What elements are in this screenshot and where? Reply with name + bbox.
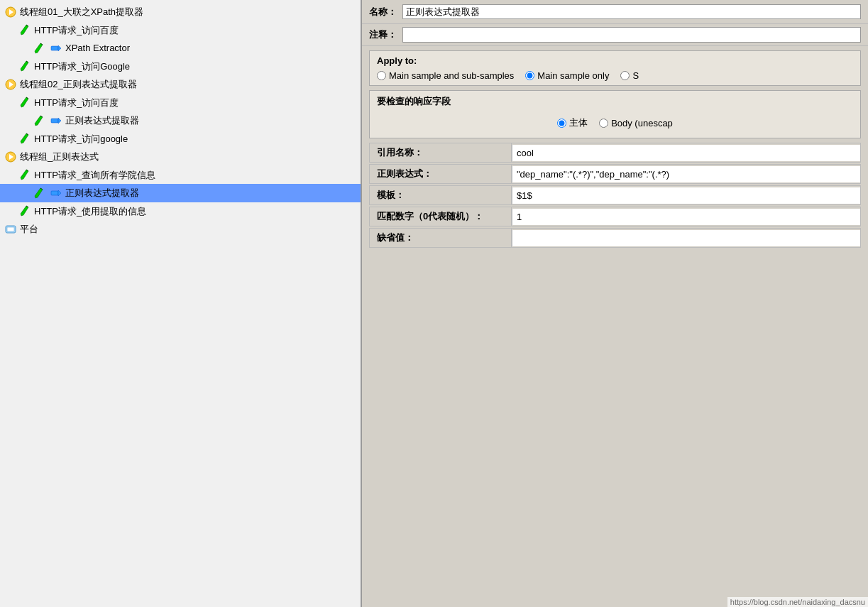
- tree-item-http-google-1[interactable]: HTTP请求_访问Google: [0, 58, 361, 76]
- svg-marker-4: [35, 43, 43, 53]
- field-label-regex: 正则表达式：: [370, 165, 512, 183]
- radio-main-only[interactable]: Main sample only: [525, 70, 609, 81]
- pencil-icon: [33, 42, 45, 55]
- svg-marker-17: [58, 118, 61, 124]
- tree-item-group03-label[interactable]: 线程组_正则表达式: [0, 148, 361, 166]
- arrow-icon: [50, 42, 62, 55]
- tree-item-label: HTTP请求_访问google: [34, 132, 128, 146]
- field-input-regex[interactable]: [512, 166, 860, 182]
- group-icon: [4, 6, 17, 18]
- svg-marker-12: [21, 97, 28, 107]
- svg-marker-2: [21, 25, 28, 35]
- tree-item-http-use[interactable]: HTTP请求_使用提取的信息: [0, 202, 361, 221]
- field-row-ref-name: 引用名称：: [369, 143, 861, 163]
- radio-s[interactable]: S: [620, 70, 639, 81]
- svg-rect-6: [51, 46, 58, 50]
- tree-item-label: 线程组_正则表达式: [20, 150, 99, 164]
- field-row-match-no: 匹配数字（0代表随机）：: [369, 207, 861, 226]
- svg-marker-8: [21, 61, 28, 71]
- tree-item-platform[interactable]: 平台: [0, 220, 361, 239]
- radio-s-input[interactable]: [620, 71, 630, 80]
- svg-rect-31: [7, 227, 14, 231]
- radio-main-sub-input[interactable]: [377, 71, 386, 80]
- field-label-template: 模板：: [370, 186, 512, 204]
- svg-marker-27: [58, 190, 61, 196]
- apply-to-options: Main sample and sub-samples Main sample …: [377, 70, 853, 81]
- tree-panel: 线程组01_大联之XPath提取器 HTTP请求_访问百度 XPath Extr…: [0, 0, 362, 607]
- response-field-section: 要检查的响应字段 主体 Body (unescap: [369, 90, 861, 138]
- radio-body-unescaped[interactable]: Body (unescap: [599, 118, 673, 128]
- field-label-ref-name: 引用名称：: [370, 143, 512, 162]
- pencil-icon: [18, 23, 31, 36]
- comment-row: 注释：: [362, 24, 868, 46]
- field-row-regex: 正则表达式：: [369, 164, 861, 184]
- group-icon: [4, 78, 17, 91]
- radio-body[interactable]: 主体: [557, 116, 588, 129]
- apply-to-section: Apply to: Main sample and sub-samples Ma…: [369, 50, 861, 86]
- group-icon: [4, 151, 17, 163]
- tree-item-label: HTTP请求_访问百度: [34, 23, 119, 38]
- tree-item-label: HTTP请求_查询所有学院信息: [34, 168, 155, 182]
- radio-main-sub-label: Main sample and sub-samples: [389, 70, 514, 81]
- svg-rect-16: [51, 119, 58, 123]
- tree-item-label: 正则表达式提取器: [65, 114, 139, 128]
- svg-rect-26: [51, 191, 58, 195]
- tree-item-http-query[interactable]: HTTP请求_查询所有学院信息: [0, 166, 361, 185]
- title-row: 名称：: [362, 0, 868, 24]
- comment-label: 注释：: [369, 28, 397, 41]
- pencil-icon: [18, 168, 31, 181]
- platform-icon: [4, 223, 17, 236]
- tree-item-label: 正则表达式提取器: [65, 186, 139, 200]
- response-field-title: 要检查的响应字段: [377, 95, 853, 108]
- arrow-icon: [50, 187, 62, 199]
- response-field-options: 主体 Body (unescap: [377, 112, 853, 133]
- radio-main-only-input[interactable]: [525, 71, 534, 80]
- field-label-match-no: 匹配数字（0代表随机）：: [370, 207, 512, 226]
- tree-item-group02-label[interactable]: 线程组02_正则表达式提取器: [0, 75, 361, 94]
- footer-url: https://blog.csdn.net/naidaxing_dacsnu: [727, 597, 868, 607]
- tree-item-group01-label[interactable]: 线程组01_大联之XPath提取器: [0, 3, 361, 21]
- radio-body-unescaped-label: Body (unescap: [611, 118, 673, 128]
- form-panel: 名称： 注释： Apply to: Main sample and sub-sa…: [362, 0, 868, 607]
- tree-item-label: 线程组01_大联之XPath提取器: [20, 5, 143, 19]
- field-row-default: 缺省值：: [369, 228, 861, 248]
- svg-marker-7: [58, 45, 61, 51]
- tree-item-label: 线程组02_正则表达式提取器: [20, 77, 137, 92]
- field-input-template[interactable]: [512, 187, 860, 204]
- tree-item-label: 平台: [20, 222, 38, 236]
- radio-body-input[interactable]: [557, 119, 566, 128]
- tree-item-regex-extractor-2[interactable]: 正则表达式提取器: [0, 184, 361, 202]
- arrow-icon: [50, 114, 62, 127]
- title-label: 名称：: [369, 6, 397, 18]
- tree-item-http-baidu-2[interactable]: HTTP请求_访问百度: [0, 94, 361, 112]
- tree-item-label: HTTP请求_访问Google: [34, 60, 130, 74]
- radio-body-unescaped-input[interactable]: [599, 119, 608, 128]
- tree-item-label: HTTP请求_使用提取的信息: [34, 204, 146, 219]
- comment-input[interactable]: [402, 27, 861, 43]
- tree-item-label: HTTP请求_访问百度: [34, 96, 119, 110]
- svg-marker-14: [35, 116, 43, 126]
- pencil-icon: [33, 187, 45, 199]
- tree-item-http-baidu-1[interactable]: HTTP请求_访问百度: [0, 21, 361, 40]
- field-input-default[interactable]: [512, 230, 860, 246]
- tree-item-regex-extractor-1[interactable]: 正则表达式提取器: [0, 111, 361, 130]
- pencil-icon: [18, 60, 31, 72]
- tree-item-http-google-2[interactable]: HTTP请求_访问google: [0, 130, 361, 148]
- form-fields: 引用名称：正则表达式：模板：匹配数字（0代表随机）：缺省值：: [369, 143, 861, 248]
- pencil-icon: [33, 114, 45, 127]
- pencil-icon: [18, 96, 31, 109]
- tree-item-label: XPath Extractor: [65, 41, 130, 55]
- svg-marker-28: [21, 206, 28, 216]
- field-row-template: 模板：: [369, 185, 861, 205]
- radio-main-sub[interactable]: Main sample and sub-samples: [377, 70, 514, 81]
- tree-item-xpath-extractor[interactable]: XPath Extractor: [0, 39, 361, 58]
- pencil-icon: [18, 204, 31, 217]
- title-input[interactable]: [402, 4, 861, 19]
- pencil-icon: [18, 132, 31, 145]
- field-input-match-no[interactable]: [512, 209, 860, 225]
- field-label-default: 缺省值：: [370, 229, 512, 247]
- svg-marker-18: [21, 133, 28, 143]
- radio-body-label: 主体: [569, 116, 588, 129]
- field-input-ref-name[interactable]: [512, 145, 860, 161]
- radio-main-only-label: Main sample only: [537, 70, 609, 81]
